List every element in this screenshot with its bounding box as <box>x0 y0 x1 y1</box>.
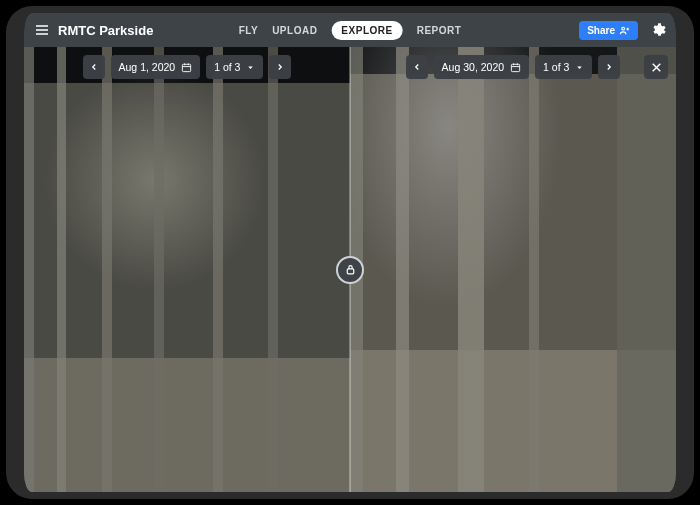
page-selector-left[interactable]: 1 of 3 <box>206 55 263 79</box>
compare-area: Aug 1, 2020 1 of 3 <box>24 47 676 492</box>
close-compare-button[interactable] <box>644 55 668 79</box>
svg-rect-18 <box>347 269 354 274</box>
next-date-button-right[interactable] <box>598 55 620 79</box>
page-label-left: 1 of 3 <box>214 61 240 73</box>
app-screen: RMTC Parkside FLY UPLOAD EXPLORE REPORT … <box>24 13 676 492</box>
prev-date-button-right[interactable] <box>406 55 428 79</box>
svg-rect-6 <box>183 64 191 71</box>
tab-report[interactable]: REPORT <box>417 25 462 36</box>
prev-date-button-left[interactable] <box>83 55 105 79</box>
device-buttons <box>10 224 14 248</box>
lock-handle[interactable] <box>336 256 364 284</box>
chevron-right-icon <box>275 62 285 72</box>
photo-left <box>24 47 350 492</box>
photo-right <box>350 47 676 492</box>
chevron-right-icon <box>604 62 614 72</box>
next-date-button-left[interactable] <box>269 55 291 79</box>
pane-controls-right: Aug 30, 2020 1 of 3 <box>350 55 676 79</box>
svg-rect-11 <box>511 64 519 71</box>
tab-fly[interactable]: FLY <box>239 25 258 36</box>
date-label-left: Aug 1, 2020 <box>119 61 176 73</box>
svg-marker-10 <box>249 66 254 69</box>
chevron-left-icon <box>412 62 422 72</box>
tab-explore[interactable]: EXPLORE <box>331 21 402 40</box>
svg-marker-15 <box>578 66 583 69</box>
lock-icon <box>344 263 357 276</box>
project-title: RMTC Parkside <box>58 23 153 38</box>
chevron-down-icon <box>246 63 255 72</box>
page-label-right: 1 of 3 <box>543 61 569 73</box>
date-picker-right[interactable]: Aug 30, 2020 <box>434 55 529 79</box>
calendar-icon <box>181 62 192 73</box>
calendar-icon <box>510 62 521 73</box>
share-button[interactable]: Share <box>579 21 638 40</box>
date-label-right: Aug 30, 2020 <box>442 61 504 73</box>
date-picker-left[interactable]: Aug 1, 2020 <box>111 55 201 79</box>
nav-tabs: FLY UPLOAD EXPLORE REPORT <box>239 21 462 40</box>
chevron-down-icon <box>575 63 584 72</box>
compare-pane-left[interactable]: Aug 1, 2020 1 of 3 <box>24 47 350 492</box>
compare-pane-right[interactable]: Aug 30, 2020 1 of 3 <box>350 47 676 492</box>
gear-icon[interactable] <box>650 22 666 38</box>
page-selector-right[interactable]: 1 of 3 <box>535 55 592 79</box>
share-icon <box>619 25 630 36</box>
top-bar: RMTC Parkside FLY UPLOAD EXPLORE REPORT … <box>24 13 676 47</box>
menu-icon[interactable] <box>34 22 50 38</box>
close-icon <box>650 61 663 74</box>
svg-point-3 <box>622 27 625 30</box>
chevron-left-icon <box>89 62 99 72</box>
tablet-frame: RMTC Parkside FLY UPLOAD EXPLORE REPORT … <box>6 6 694 499</box>
tab-upload[interactable]: UPLOAD <box>272 25 317 36</box>
share-label: Share <box>587 25 615 36</box>
pane-controls-left: Aug 1, 2020 1 of 3 <box>24 55 350 79</box>
